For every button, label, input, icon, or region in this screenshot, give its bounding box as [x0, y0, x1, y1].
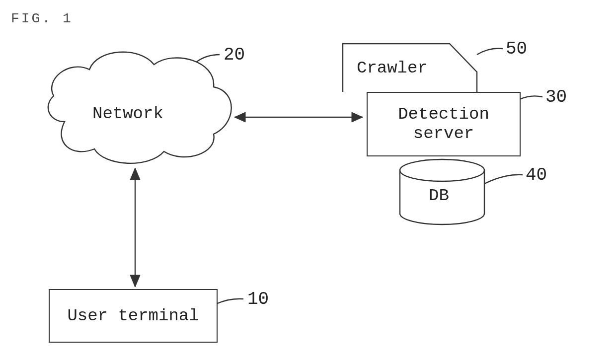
ref-10: 10 — [247, 289, 269, 309]
leader-20 — [196, 55, 220, 62]
leader-30 — [520, 96, 542, 99]
ref-40: 40 — [526, 165, 547, 185]
svg-point-0 — [400, 159, 484, 181]
leader-50 — [477, 49, 503, 55]
figure-title: FIG. 1 — [11, 11, 73, 26]
detection-label-line1: Detection — [398, 105, 489, 124]
arrowhead-left-1 — [234, 112, 245, 122]
detection-server-box: Detection server — [367, 92, 521, 156]
arrowhead-right-1 — [352, 112, 363, 122]
leader-10 — [216, 299, 243, 304]
ref-30: 30 — [545, 87, 567, 107]
user-terminal-box: User terminal — [49, 289, 218, 343]
ref-20: 20 — [224, 45, 245, 65]
user-terminal-label: User terminal — [67, 306, 199, 325]
detection-label-line2: server — [413, 124, 474, 144]
crawler-label: Crawler — [357, 59, 428, 77]
arrowhead-down-1 — [130, 275, 140, 287]
ref-50: 50 — [506, 39, 527, 59]
db-label: DB — [429, 186, 449, 205]
leader-40 — [484, 175, 523, 184]
arrowhead-up-1 — [130, 168, 140, 180]
network-label-text: Network — [92, 104, 163, 123]
